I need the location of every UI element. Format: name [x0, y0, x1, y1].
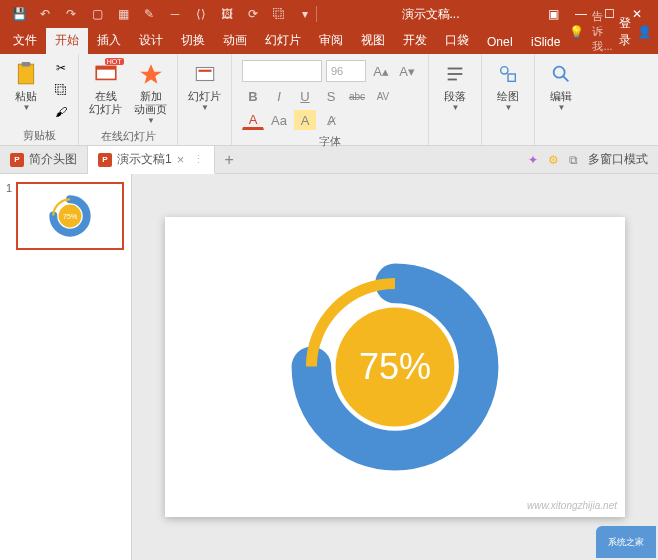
- tab-transition[interactable]: 切换: [172, 28, 214, 54]
- svg-rect-5: [196, 68, 213, 81]
- svg-marker-4: [140, 64, 162, 84]
- copy-button[interactable]: ⿻: [50, 80, 72, 100]
- decrease-font-button[interactable]: A▾: [396, 61, 418, 81]
- drawing-dropdown[interactable]: 绘图 ▼: [488, 58, 528, 114]
- paragraph-dropdown[interactable]: 段落 ▼: [435, 58, 475, 114]
- add-tab-button[interactable]: +: [215, 146, 243, 173]
- magic-icon[interactable]: ✦: [528, 153, 538, 167]
- doc-tab-1[interactable]: P 简介头图: [0, 146, 88, 173]
- tab-review[interactable]: 审阅: [310, 28, 352, 54]
- tab-design[interactable]: 设计: [130, 28, 172, 54]
- save-icon[interactable]: 💾: [10, 5, 28, 23]
- tab-developer[interactable]: 开发: [394, 28, 436, 54]
- hot-badge: HOT: [105, 58, 124, 65]
- tab-animation[interactable]: 动画: [214, 28, 256, 54]
- chevron-down-icon: ▼: [147, 116, 155, 125]
- refresh-icon[interactable]: ⟳: [244, 5, 262, 23]
- svg-rect-11: [508, 74, 515, 81]
- doc-tab-2-label: 演示文稿1: [117, 151, 172, 168]
- editing-dropdown[interactable]: 编辑 ▼: [541, 58, 581, 114]
- paste-button[interactable]: 粘贴 ▼: [6, 58, 46, 114]
- doc-tab-2[interactable]: P 演示文稿1 × ⋮: [88, 146, 215, 174]
- chevron-icon[interactable]: ⟨⟩: [192, 5, 210, 23]
- new-doc-icon[interactable]: ▢: [88, 5, 106, 23]
- chevron-down-icon: ▼: [452, 103, 460, 112]
- doc-tab-1-label: 简介头图: [29, 151, 77, 168]
- group-clipboard: 粘贴 ▼ ✂ ⿻ 🖌 剪贴板: [0, 54, 79, 145]
- tab-home[interactable]: 开始: [46, 28, 88, 54]
- ribbon-collapse-icon[interactable]: ▣: [542, 4, 564, 24]
- slides-label: 幻灯片: [188, 90, 221, 103]
- group-editing: 编辑 ▼: [535, 54, 587, 145]
- underline-button[interactable]: U: [294, 86, 316, 106]
- font-group-label: 字体: [238, 132, 422, 149]
- highlight-button[interactable]: A: [294, 110, 316, 130]
- close-tab-icon[interactable]: ×: [177, 152, 185, 167]
- slide-canvas[interactable]: 75% www.xitongzhijia.net: [132, 174, 658, 560]
- watermark-text: www.xitongzhijia.net: [527, 500, 617, 511]
- tab-onei[interactable]: OneI: [478, 31, 522, 54]
- quick-access-toolbar: 💾 ↶ ↷ ▢ ▦ ✎ ─ ⟨⟩ 🖼 ⟳ ⿻ ▾: [4, 5, 314, 23]
- powerpoint-icon: P: [10, 153, 24, 167]
- font-size-select[interactable]: [326, 60, 366, 82]
- settings-icon[interactable]: ⚙: [548, 153, 559, 167]
- tab-slideshow[interactable]: 幻灯片: [256, 28, 310, 54]
- font-color-button[interactable]: A: [242, 110, 264, 130]
- login-button[interactable]: 登录: [619, 15, 631, 49]
- svg-point-10: [501, 67, 508, 74]
- italic-button[interactable]: I: [268, 86, 290, 106]
- font-family-select[interactable]: [242, 60, 322, 82]
- chevron-down-icon: ▼: [505, 103, 513, 112]
- tab-pocket[interactable]: 口袋: [436, 28, 478, 54]
- slides-dropdown[interactable]: 幻灯片 ▼: [184, 58, 225, 114]
- powerpoint-icon: P: [98, 153, 112, 167]
- thumb-percent-label: 75%: [63, 213, 77, 220]
- svg-rect-3: [96, 66, 116, 69]
- group-slides: 幻灯片 ▼: [178, 54, 232, 145]
- group-font: A▴ A▾ B I U S abc AV A Aa A A̷: [232, 54, 429, 145]
- new-anim-button[interactable]: 新加 动画页 ▼: [130, 58, 171, 127]
- copy-icon[interactable]: ⿻: [270, 5, 288, 23]
- ribbon-content: 粘贴 ▼ ✂ ⿻ 🖌 剪贴板 HOT 在线 幻灯片 新加 动画页: [0, 54, 658, 146]
- svg-rect-6: [198, 70, 211, 72]
- change-case-button[interactable]: Aa: [268, 110, 290, 130]
- title-bar: 💾 ↶ ↷ ▢ ▦ ✎ ─ ⟨⟩ 🖼 ⟳ ⿻ ▾ 演示文稿... ▣ — ☐ ✕: [0, 0, 658, 28]
- pen-icon[interactable]: ✎: [140, 5, 158, 23]
- slide-thumbnail-1[interactable]: 75%: [16, 182, 124, 250]
- group-online-slides: HOT 在线 幻灯片 新加 动画页 ▼ 在线幻灯片: [79, 54, 178, 145]
- cut-button[interactable]: ✂: [50, 58, 72, 78]
- multi-window-icon[interactable]: ⧉: [569, 153, 578, 167]
- line-icon[interactable]: ─: [166, 5, 184, 23]
- document-tabs: P 简介头图 P 演示文稿1 × ⋮ + ✦ ⚙ ⧉ 多窗口模式: [0, 146, 658, 174]
- slide-number: 1: [6, 182, 12, 250]
- share-icon[interactable]: 👤: [637, 25, 652, 39]
- main-area: 1 75%: [0, 174, 658, 560]
- more-icon[interactable]: ▾: [296, 5, 314, 23]
- online-slides-button[interactable]: HOT 在线 幻灯片: [85, 58, 126, 118]
- tab-file[interactable]: 文件: [4, 28, 46, 54]
- tab-insert[interactable]: 插入: [88, 28, 130, 54]
- watermark-logo: 系统之家: [596, 526, 656, 558]
- chevron-down-icon: ▼: [23, 103, 31, 112]
- ribbon-tabs: 文件 开始 插入 设计 切换 动画 幻灯片 审阅 视图 开发 口袋 OneI i…: [0, 28, 658, 54]
- shadow-button[interactable]: S: [320, 86, 342, 106]
- multi-window-label[interactable]: 多窗口模式: [588, 151, 648, 168]
- bold-button[interactable]: B: [242, 86, 264, 106]
- image-icon[interactable]: 🖼: [218, 5, 236, 23]
- undo-icon[interactable]: ↶: [36, 5, 54, 23]
- tab-menu-icon[interactable]: ⋮: [193, 153, 204, 166]
- table-icon[interactable]: ▦: [114, 5, 132, 23]
- tab-view[interactable]: 视图: [352, 28, 394, 54]
- strikethrough-button[interactable]: abc: [346, 86, 368, 106]
- redo-icon[interactable]: ↷: [62, 5, 80, 23]
- format-painter-button[interactable]: 🖌: [50, 102, 72, 122]
- online-slides-label: 在线 幻灯片: [89, 90, 122, 116]
- slide-thumbnail-panel: 1 75%: [0, 174, 132, 560]
- char-spacing-button[interactable]: AV: [372, 86, 394, 106]
- tab-islide[interactable]: iSlide: [522, 31, 569, 54]
- increase-font-button[interactable]: A▴: [370, 61, 392, 81]
- group-drawing: 绘图 ▼: [482, 54, 535, 145]
- clear-format-button[interactable]: A̷: [320, 110, 342, 130]
- tell-me-search[interactable]: 告诉我...: [592, 9, 612, 54]
- svg-rect-0: [18, 64, 33, 84]
